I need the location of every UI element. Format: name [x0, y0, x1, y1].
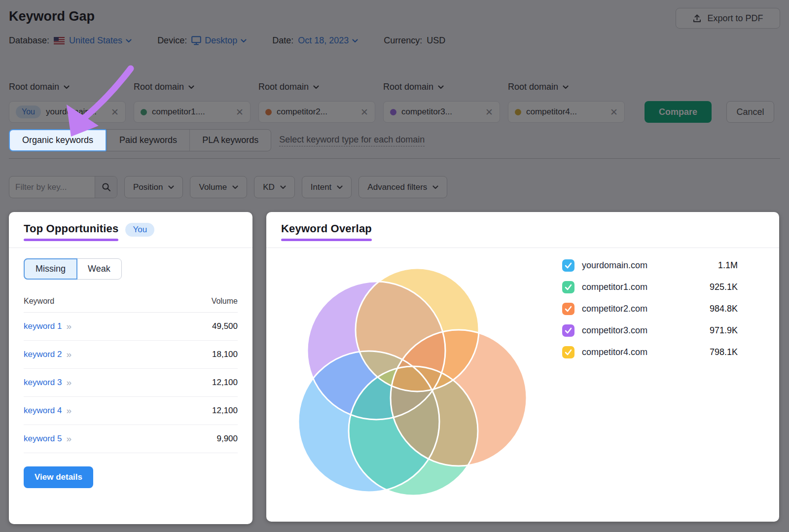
checkmark-icon — [565, 284, 572, 290]
table-column-headers: Keyword Volume — [24, 297, 238, 313]
keyword-overlap-header: Keyword Overlap — [266, 212, 779, 248]
checkmark-icon — [565, 349, 572, 355]
table-row: keyword 4» 12,100 — [24, 397, 238, 425]
checkbox-yourdomain[interactable] — [562, 259, 574, 272]
keyword-gap-page: Keyword Gap Export to PDF Database: Unit… — [0, 0, 789, 532]
checkmark-icon — [565, 327, 572, 334]
keyword-overlap-title: Keyword Overlap — [281, 222, 372, 235]
legend-domain: competitor1.com — [582, 282, 647, 292]
legend-row-yourdomain: yourdomain.com 1.1M — [562, 254, 738, 276]
keyword-link[interactable]: keyword 1» — [24, 321, 72, 332]
legend-domain: competitor4.com — [582, 347, 647, 357]
checkbox-competitor2[interactable] — [562, 303, 574, 315]
keyword-link[interactable]: keyword 3» — [24, 377, 72, 388]
open-keyword-icon: » — [66, 405, 72, 416]
tutorial-arrow-icon — [58, 61, 142, 145]
view-details-button[interactable]: View details — [24, 466, 93, 488]
keyword-volume: 9,900 — [216, 434, 238, 444]
title-underline — [24, 239, 118, 241]
legend-row-competitor3: competitor3.com 971.9K — [562, 319, 738, 341]
keyword-volume: 12,100 — [212, 406, 238, 416]
missing-weak-toggle: Missing Weak — [24, 258, 122, 280]
legend-value: 798.1K — [710, 347, 738, 357]
you-badge: You — [125, 223, 154, 237]
title-underline — [281, 239, 372, 241]
venn-diagram — [276, 248, 552, 516]
legend-row-competitor4: competitor4.com 798.1K — [562, 341, 738, 363]
legend-value: 925.1K — [710, 282, 738, 292]
legend-domain: yourdomain.com — [582, 260, 647, 271]
open-keyword-icon: » — [66, 377, 72, 388]
column-keyword: Keyword — [24, 297, 54, 306]
keyword-link[interactable]: keyword 5» — [24, 433, 72, 444]
legend-value: 984.8K — [710, 304, 738, 314]
legend-value: 1.1M — [718, 260, 738, 271]
checkmark-icon — [565, 306, 572, 312]
table-row: keyword 5» 9,900 — [24, 425, 238, 453]
keyword-volume: 18,100 — [212, 350, 238, 359]
checkmark-icon — [565, 262, 572, 269]
checkbox-competitor3[interactable] — [562, 324, 574, 337]
open-keyword-icon: » — [66, 349, 72, 360]
keyword-link[interactable]: keyword 4» — [24, 405, 72, 416]
top-opportunities-panel: Top Opportunities You Missing Weak Keywo… — [9, 212, 252, 524]
table-row: keyword 2» 18,100 — [24, 341, 238, 369]
keyword-volume: 12,100 — [212, 378, 238, 388]
keyword-overlap-panel: Keyword Overlap — [266, 212, 779, 522]
top-opportunities-title: Top Opportunities — [24, 222, 118, 235]
legend-row-competitor1: competitor1.com 925.1K — [562, 276, 738, 298]
top-opportunities-header: Top Opportunities You — [9, 212, 252, 248]
keyword-link[interactable]: keyword 2» — [24, 349, 72, 360]
legend-domain: competitor2.com — [582, 304, 647, 314]
open-keyword-icon: » — [66, 321, 72, 332]
legend-row-competitor2: competitor2.com 984.8K — [562, 298, 738, 319]
missing-tab[interactable]: Missing — [24, 258, 77, 280]
weak-tab[interactable]: Weak — [77, 259, 121, 279]
open-keyword-icon: » — [66, 433, 72, 444]
table-row: keyword 3» 12,100 — [24, 369, 238, 397]
venn-legend: yourdomain.com 1.1M competitor1.com 925.… — [562, 254, 738, 363]
keyword-volume: 49,500 — [212, 321, 238, 331]
checkbox-competitor1[interactable] — [562, 281, 574, 293]
legend-domain: competitor3.com — [582, 325, 647, 336]
checkbox-competitor4[interactable] — [562, 346, 574, 358]
table-row: keyword 1» 49,500 — [24, 313, 238, 341]
legend-value: 971.9K — [710, 325, 738, 336]
column-volume: Volume — [212, 297, 238, 306]
